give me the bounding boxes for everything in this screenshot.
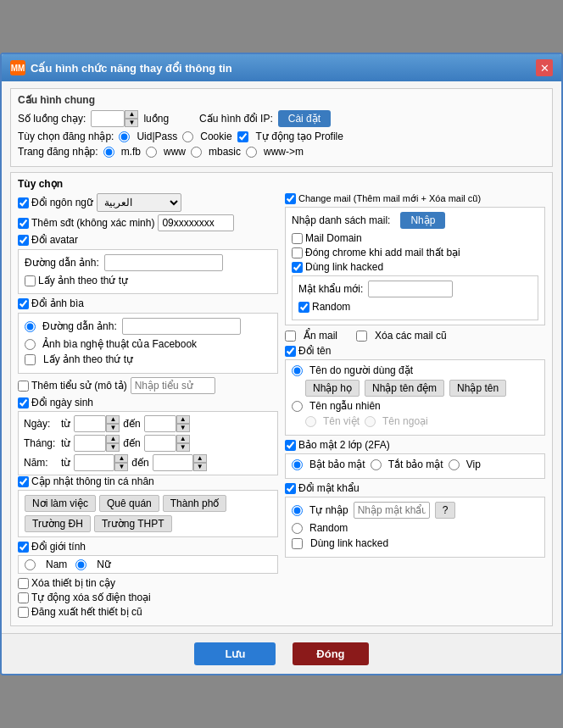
change-language-checkbox[interactable] — [18, 197, 29, 208]
cover-sequential-label: Lấy ảnh theo thứ tự — [43, 353, 133, 365]
hide-mail-checkbox[interactable] — [285, 331, 296, 342]
user-defined-name-radio[interactable] — [292, 365, 303, 376]
male-radio[interactable] — [25, 559, 36, 570]
day-from-input[interactable]: 1 — [74, 415, 106, 432]
mfb-label: m.fb — [121, 146, 141, 158]
disable-security-radio[interactable] — [371, 459, 382, 470]
change-name-checkbox[interactable] — [285, 346, 296, 357]
thread-count-down[interactable]: ▼ — [125, 119, 138, 127]
vn-name-label: Tên việt — [323, 415, 360, 427]
www-label: www — [164, 146, 186, 158]
mail-list-import-button[interactable]: Nhập — [400, 212, 445, 229]
www-radio[interactable] — [146, 147, 157, 158]
female-radio[interactable] — [75, 559, 86, 570]
mbasic-radio[interactable] — [191, 147, 202, 158]
auto-profile-checkbox[interactable] — [237, 131, 248, 142]
change-name-box: Tên do người dùng đặt Nhập họ Nhập tên đ… — [285, 359, 545, 436]
change-language-label: Đổi ngôn ngữ — [31, 197, 93, 208]
mfb-radio[interactable] — [103, 147, 114, 158]
city-button[interactable]: Thành phố — [163, 495, 227, 512]
day-from-up[interactable]: ▲ — [106, 415, 120, 424]
add-phone-checkbox[interactable] — [18, 218, 29, 229]
random-name-radio[interactable] — [292, 401, 303, 412]
close-main-button[interactable]: Đóng — [293, 642, 368, 665]
year-to-input[interactable]: 2000 — [153, 454, 193, 471]
first-name-button[interactable]: Nhập tên — [449, 380, 506, 397]
login-page-label: Trang đăng nhập: — [18, 146, 98, 158]
new-password-input[interactable] — [368, 281, 453, 297]
day-to-input[interactable]: 30 — [144, 415, 176, 432]
cover-url-input[interactable] — [122, 318, 241, 335]
avatar-sequential-checkbox[interactable] — [25, 275, 36, 286]
month-from-down[interactable]: ▼ — [106, 443, 120, 452]
language-select[interactable]: العربية — [97, 193, 181, 212]
enable-security-radio[interactable] — [292, 459, 303, 470]
month-from-input[interactable]: 1 — [74, 435, 106, 452]
close-chrome-checkbox[interactable] — [292, 247, 303, 258]
update-personal-checkbox[interactable] — [18, 476, 29, 487]
year-from-down[interactable]: ▼ — [114, 463, 128, 471]
update-personal-label: Cập nhật thông tin cá nhân — [31, 475, 154, 487]
hide-mail-label: Ẩn mail — [304, 330, 337, 342]
thread-count-input[interactable]: 3 — [91, 110, 125, 127]
config-ip-button[interactable]: Cài đặt — [278, 110, 331, 127]
university-button[interactable]: Trường ĐH — [25, 515, 91, 532]
thread-count-up[interactable]: ▲ — [125, 110, 138, 119]
vip-security-radio[interactable] — [449, 459, 460, 470]
month-from-up[interactable]: ▲ — [106, 435, 120, 443]
two-factor-checkbox[interactable] — [285, 440, 296, 451]
close-chrome-label: Đóng chrome khi add mail thất bại — [305, 247, 460, 258]
change-name-row: Đổi tên — [285, 345, 545, 357]
foreign-name-radio[interactable] — [365, 416, 376, 427]
use-link-hacked-pwd-checkbox[interactable] — [292, 538, 303, 549]
mail-domain-checkbox[interactable] — [292, 233, 303, 244]
bio-input[interactable] — [131, 377, 215, 394]
last-name-button[interactable]: Nhập họ — [305, 380, 360, 397]
use-link-hacked-mail-checkbox[interactable] — [292, 262, 303, 273]
random-password-checkbox[interactable] — [298, 302, 309, 313]
change-cover-checkbox[interactable] — [18, 298, 29, 309]
remove-old-mail-checkbox[interactable] — [356, 331, 367, 342]
avatar-url-input[interactable] — [104, 254, 223, 271]
month-to-down[interactable]: ▼ — [176, 443, 190, 452]
change-avatar-checkbox[interactable] — [18, 235, 29, 246]
change-birthday-checkbox[interactable] — [18, 397, 29, 408]
vn-name-radio[interactable] — [305, 416, 316, 427]
cover-url-radio[interactable] — [25, 321, 36, 332]
day-to-up[interactable]: ▲ — [176, 415, 190, 424]
day-to-down[interactable]: ▼ — [176, 424, 190, 432]
month-to-up[interactable]: ▲ — [176, 435, 190, 443]
password-question-button[interactable]: ? — [435, 502, 456, 519]
year-from-input[interactable]: 1980 — [74, 454, 114, 471]
workplace-button[interactable]: Nơi làm việc — [25, 495, 96, 512]
change-gender-checkbox[interactable] — [18, 542, 29, 553]
random-pwd-radio[interactable] — [292, 523, 303, 534]
month-to-input[interactable]: 12 — [144, 435, 176, 452]
change-avatar-row: Đổi avatar — [18, 234, 278, 246]
uid-pass-radio[interactable] — [119, 131, 130, 142]
wwwm-radio[interactable] — [246, 147, 257, 158]
auto-remove-phone-checkbox[interactable] — [18, 592, 29, 603]
remove-trusted-checkbox[interactable] — [18, 578, 29, 589]
highschool-button[interactable]: Trường THPT — [94, 515, 172, 532]
close-title-button[interactable]: ✕ — [536, 59, 553, 76]
year-from-up[interactable]: ▲ — [114, 454, 128, 463]
cookie-radio[interactable] — [182, 131, 193, 142]
change-gender-label: Đổi giới tính — [31, 541, 86, 553]
year-to-up[interactable]: ▲ — [193, 454, 207, 463]
cover-art-radio[interactable] — [25, 339, 36, 350]
logout-old-checkbox[interactable] — [18, 607, 29, 618]
cover-sequential-checkbox[interactable] — [25, 354, 36, 365]
password-input[interactable] — [354, 502, 430, 519]
phone-input[interactable] — [158, 214, 234, 231]
change-password-checkbox[interactable] — [285, 483, 296, 494]
change-mail-checkbox[interactable] — [285, 193, 296, 204]
day-from-down[interactable]: ▼ — [106, 424, 120, 432]
hometown-button[interactable]: Quê quán — [99, 495, 159, 512]
manual-password-radio[interactable] — [292, 505, 303, 516]
save-button[interactable]: Lưu — [194, 642, 276, 665]
year-to-down[interactable]: ▼ — [193, 463, 207, 471]
change-gender-row: Đổi giới tính — [18, 541, 278, 553]
add-bio-checkbox[interactable] — [18, 381, 29, 392]
middle-name-button[interactable]: Nhập tên đệm — [365, 380, 444, 397]
